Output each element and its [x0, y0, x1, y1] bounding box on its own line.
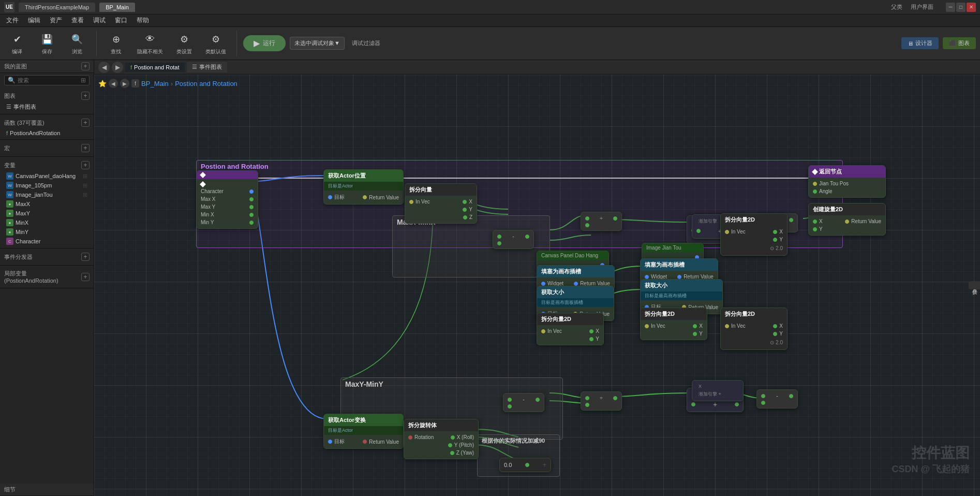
maximize-button[interactable]: □ [956, 3, 966, 12]
minus3-in1[interactable] [761, 394, 765, 398]
add-x-right-node[interactable]: X 渐加引擎 + [692, 380, 744, 401]
function-postion-rotation[interactable]: f PostionAndRotation [4, 129, 90, 137]
forward-button[interactable]: ▶ [112, 62, 123, 73]
y-2d-2-pin[interactable] [693, 332, 697, 336]
minus2-out1[interactable] [789, 218, 793, 222]
exec-out-pin[interactable] [200, 181, 205, 187]
break-2d-right-1[interactable]: 拆分向量2D In Vec X [720, 213, 788, 256]
div-y-out[interactable] [613, 396, 617, 400]
rot-in-pin[interactable] [408, 435, 412, 440]
add-value-icon[interactable]: + [543, 461, 546, 469]
debug-target-dropdown[interactable]: 未选中调试对象▼ [290, 37, 345, 50]
get-actor-pos-node[interactable]: 获取Actor位置 目标是Actor 目标 Return Value [323, 169, 404, 205]
div-y-in1[interactable] [585, 396, 589, 400]
minus-in2[interactable] [497, 241, 501, 245]
functions-header[interactable]: 函数 (37可覆盖) + [4, 116, 90, 129]
event-dispatchers-header[interactable]: 事件分发器 + [4, 251, 90, 263]
r1-x-pin[interactable] [773, 230, 777, 234]
return-node[interactable]: 返回节点 Jian Tou Pos Angle [808, 165, 886, 198]
tab-event-graph[interactable]: ☰ 事件图表 [187, 62, 227, 72]
yaw-out-pin[interactable] [450, 451, 454, 455]
widget-in-pin-1[interactable] [541, 282, 545, 286]
rot2d-x-in[interactable] [813, 220, 817, 224]
breadcrumb-bp-main[interactable]: BP_Main [141, 80, 169, 87]
invec-2d-2-pin[interactable] [645, 324, 649, 328]
menu-window[interactable]: 窗口 [111, 15, 131, 26]
x-2d-2-pin[interactable] [693, 324, 697, 328]
add-variable-button[interactable]: + [81, 161, 90, 169]
add-new-button[interactable]: + [81, 62, 90, 70]
pitch-out-pin[interactable] [448, 443, 452, 447]
event-graphs-item[interactable]: ☰ 事件图表 [4, 102, 90, 112]
minus-y1-out[interactable] [536, 398, 540, 402]
max-y-out-pin[interactable] [249, 205, 254, 209]
break-rot-node[interactable]: 拆分旋转体 Rotation X (Roll) [404, 419, 479, 459]
add2-out[interactable] [735, 402, 739, 406]
var-min-x[interactable]: ● MinX [4, 218, 90, 227]
hide-unrelated-button[interactable]: 👁 隐藏不相关 [133, 30, 167, 57]
minus-out1[interactable] [525, 235, 529, 239]
menu-edit[interactable]: 编辑 [24, 15, 44, 26]
back-button[interactable]: ◀ [98, 62, 110, 73]
div-out1[interactable] [613, 216, 617, 221]
value-out-pin[interactable] [525, 463, 529, 467]
get-actor-rot-node[interactable]: 获取Actor变换 目标是Actor 目标 Return Value [323, 414, 404, 449]
target-in-pin[interactable] [328, 195, 332, 199]
menu-help[interactable]: 帮助 [132, 15, 153, 26]
blueprint-canvas[interactable]: ⭐ ◀ ▶ f BP_Main › Postion and Rotation [94, 75, 980, 496]
rot2d-y-in[interactable] [813, 227, 817, 231]
breadcrumb-forward[interactable]: ▶ [120, 79, 129, 88]
slot-ret-pin-1[interactable] [574, 282, 578, 286]
add-local-var-button[interactable]: + [81, 273, 90, 281]
div-in1[interactable] [585, 216, 589, 221]
minus3-out[interactable] [789, 394, 793, 398]
macros-header[interactable]: 宏 + [4, 142, 90, 154]
view-options-icon[interactable]: ⊞ [81, 77, 86, 84]
class-settings-button[interactable]: ⚙ 类设置 [171, 30, 197, 57]
add-function-button[interactable]: + [81, 119, 90, 127]
browse-button[interactable]: 🔍 浏览 [64, 30, 90, 57]
r2-y-pin[interactable] [773, 332, 777, 336]
return-exec-in[interactable] [812, 169, 818, 174]
rot2d-ret-pin[interactable] [845, 220, 849, 224]
jiantou-pos-pin[interactable] [813, 182, 817, 186]
r1-y-pin[interactable] [773, 238, 777, 242]
make-rot2d-node[interactable]: 创建旋量2D X Return Value [808, 203, 886, 236]
add-right-in1[interactable] [696, 229, 701, 233]
minus3-in2[interactable] [761, 401, 765, 405]
menu-debug[interactable]: 调试 [89, 15, 110, 26]
breadcrumb-back[interactable]: ◀ [109, 79, 118, 88]
breadcrumb-home-icon[interactable]: ⭐ [98, 80, 107, 87]
menu-asset[interactable]: 资产 [46, 15, 66, 26]
return-val-pin[interactable] [363, 195, 367, 199]
y-out-pin[interactable] [463, 208, 467, 212]
z-out-pin[interactable] [463, 215, 467, 220]
designer-button[interactable]: 🖥 设计器 [901, 37, 939, 49]
max-x-out-pin[interactable] [249, 197, 254, 201]
tab-map[interactable]: ThirdPersonExampleMap [19, 3, 95, 12]
roll-out-pin[interactable] [451, 435, 455, 440]
divide-node-1[interactable]: ÷ [581, 212, 622, 231]
debug-filter-button[interactable]: 调试过滤器 [349, 37, 383, 49]
r1-invec-pin[interactable] [725, 230, 729, 234]
divide-node-y[interactable]: ÷ [581, 391, 622, 411]
minus-node-y1[interactable]: - [503, 393, 544, 412]
minus-in1[interactable] [497, 235, 501, 239]
find-button[interactable]: ⊕ 查找 [103, 30, 129, 57]
break-2d-2-node[interactable]: 拆分向量2D In Vec X [640, 308, 707, 340]
menu-file[interactable]: 文件 [2, 15, 23, 26]
add-dispatcher-button[interactable]: + [81, 253, 90, 261]
var-image-105pm[interactable]: W Image_105pm ⊞ [4, 181, 90, 190]
x-2d-1-pin[interactable] [589, 329, 593, 333]
exec-in-pin[interactable] [200, 172, 205, 178]
minus-y1-in1[interactable] [508, 398, 512, 402]
min-y-out-pin[interactable] [249, 221, 254, 225]
slot-ret-pin-2[interactable] [677, 275, 681, 279]
search-input[interactable] [18, 77, 79, 83]
compile-button[interactable]: ✔ 编译 [4, 30, 30, 57]
div-y-in2[interactable] [585, 403, 589, 407]
class-defaults-button[interactable]: ⚙ 类默认值 [201, 30, 230, 57]
tab-bp-main[interactable]: BP_Main [99, 3, 135, 12]
x-out-pin[interactable] [463, 200, 467, 204]
invec-in-pin[interactable] [409, 200, 413, 204]
